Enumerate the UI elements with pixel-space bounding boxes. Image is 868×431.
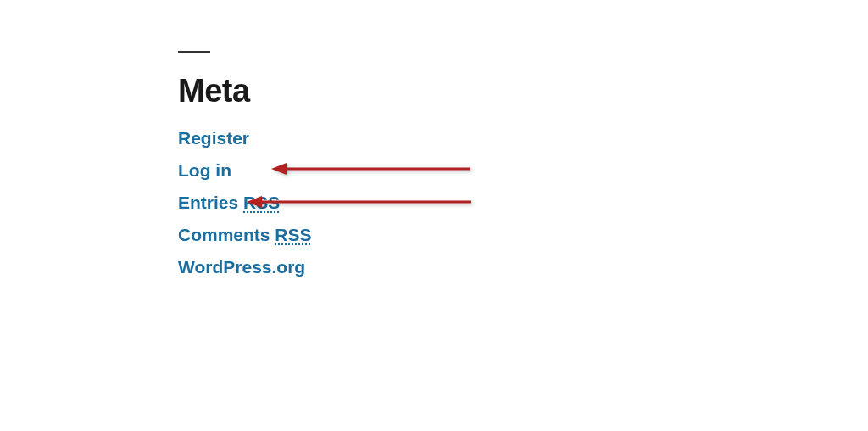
- entries-rss-link[interactable]: Entries RSS: [178, 193, 280, 212]
- meta-links-list: Register Log in Entries RSS Comments RSS…: [178, 128, 312, 277]
- list-item: Entries RSS: [178, 193, 312, 213]
- comments-rss-link[interactable]: Comments RSS: [178, 225, 312, 244]
- widget-divider: [178, 51, 210, 53]
- list-item: WordPress.org: [178, 257, 312, 277]
- comments-label: Comments: [178, 225, 275, 244]
- list-item: Log in: [178, 160, 312, 181]
- login-link[interactable]: Log in: [178, 160, 231, 180]
- list-item: Comments RSS: [178, 225, 312, 245]
- list-item: Register: [178, 128, 312, 148]
- rss-abbr: RSS: [275, 225, 311, 244]
- meta-widget: Meta Register Log in Entries RSS Comment…: [178, 51, 312, 289]
- rss-abbr: RSS: [243, 193, 280, 212]
- wordpress-link[interactable]: WordPress.org: [178, 257, 305, 277]
- entries-label: Entries: [178, 193, 243, 212]
- widget-title: Meta: [178, 73, 312, 109]
- register-link[interactable]: Register: [178, 128, 249, 148]
